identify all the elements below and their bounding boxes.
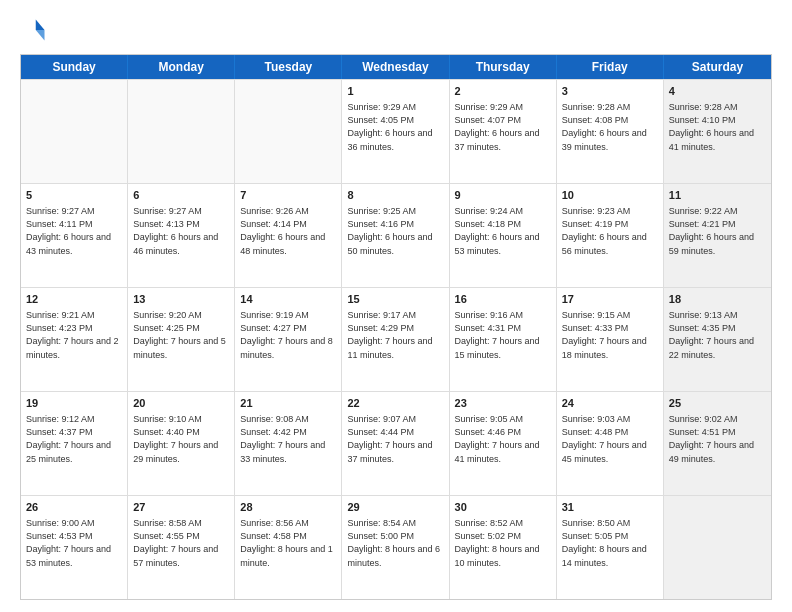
svg-marker-0 bbox=[36, 20, 45, 31]
cal-cell: 14Sunrise: 9:19 AM Sunset: 4:27 PM Dayli… bbox=[235, 288, 342, 391]
cell-info: Sunrise: 9:10 AM Sunset: 4:40 PM Dayligh… bbox=[133, 413, 229, 465]
cal-cell: 19Sunrise: 9:12 AM Sunset: 4:37 PM Dayli… bbox=[21, 392, 128, 495]
cell-info: Sunrise: 9:03 AM Sunset: 4:48 PM Dayligh… bbox=[562, 413, 658, 465]
cal-cell: 12Sunrise: 9:21 AM Sunset: 4:23 PM Dayli… bbox=[21, 288, 128, 391]
day-number: 13 bbox=[133, 292, 229, 307]
day-number: 25 bbox=[669, 396, 766, 411]
cal-cell: 1Sunrise: 9:29 AM Sunset: 4:05 PM Daylig… bbox=[342, 80, 449, 183]
cell-info: Sunrise: 9:05 AM Sunset: 4:46 PM Dayligh… bbox=[455, 413, 551, 465]
cell-info: Sunrise: 9:17 AM Sunset: 4:29 PM Dayligh… bbox=[347, 309, 443, 361]
day-number: 21 bbox=[240, 396, 336, 411]
cell-info: Sunrise: 9:29 AM Sunset: 4:07 PM Dayligh… bbox=[455, 101, 551, 153]
day-number: 27 bbox=[133, 500, 229, 515]
cal-cell: 2Sunrise: 9:29 AM Sunset: 4:07 PM Daylig… bbox=[450, 80, 557, 183]
header-day-tuesday: Tuesday bbox=[235, 55, 342, 79]
cell-info: Sunrise: 9:21 AM Sunset: 4:23 PM Dayligh… bbox=[26, 309, 122, 361]
cell-info: Sunrise: 9:24 AM Sunset: 4:18 PM Dayligh… bbox=[455, 205, 551, 257]
cell-info: Sunrise: 9:16 AM Sunset: 4:31 PM Dayligh… bbox=[455, 309, 551, 361]
cell-info: Sunrise: 8:58 AM Sunset: 4:55 PM Dayligh… bbox=[133, 517, 229, 569]
day-number: 18 bbox=[669, 292, 766, 307]
cal-cell: 8Sunrise: 9:25 AM Sunset: 4:16 PM Daylig… bbox=[342, 184, 449, 287]
cal-cell: 11Sunrise: 9:22 AM Sunset: 4:21 PM Dayli… bbox=[664, 184, 771, 287]
cal-cell: 13Sunrise: 9:20 AM Sunset: 4:25 PM Dayli… bbox=[128, 288, 235, 391]
logo-icon bbox=[20, 16, 48, 44]
cal-cell bbox=[128, 80, 235, 183]
cal-cell: 21Sunrise: 9:08 AM Sunset: 4:42 PM Dayli… bbox=[235, 392, 342, 495]
calendar: SundayMondayTuesdayWednesdayThursdayFrid… bbox=[20, 54, 772, 600]
header-day-friday: Friday bbox=[557, 55, 664, 79]
day-number: 24 bbox=[562, 396, 658, 411]
day-number: 14 bbox=[240, 292, 336, 307]
day-number: 6 bbox=[133, 188, 229, 203]
day-number: 12 bbox=[26, 292, 122, 307]
week-row-5: 26Sunrise: 9:00 AM Sunset: 4:53 PM Dayli… bbox=[21, 495, 771, 599]
cal-cell bbox=[21, 80, 128, 183]
cell-info: Sunrise: 9:08 AM Sunset: 4:42 PM Dayligh… bbox=[240, 413, 336, 465]
day-number: 9 bbox=[455, 188, 551, 203]
day-number: 8 bbox=[347, 188, 443, 203]
header bbox=[20, 16, 772, 44]
day-number: 29 bbox=[347, 500, 443, 515]
day-number: 30 bbox=[455, 500, 551, 515]
cal-cell: 18Sunrise: 9:13 AM Sunset: 4:35 PM Dayli… bbox=[664, 288, 771, 391]
day-number: 26 bbox=[26, 500, 122, 515]
cell-info: Sunrise: 9:15 AM Sunset: 4:33 PM Dayligh… bbox=[562, 309, 658, 361]
cal-cell: 15Sunrise: 9:17 AM Sunset: 4:29 PM Dayli… bbox=[342, 288, 449, 391]
day-number: 17 bbox=[562, 292, 658, 307]
cell-info: Sunrise: 9:07 AM Sunset: 4:44 PM Dayligh… bbox=[347, 413, 443, 465]
cal-cell bbox=[664, 496, 771, 599]
cal-cell: 29Sunrise: 8:54 AM Sunset: 5:00 PM Dayli… bbox=[342, 496, 449, 599]
day-number: 28 bbox=[240, 500, 336, 515]
cal-cell: 17Sunrise: 9:15 AM Sunset: 4:33 PM Dayli… bbox=[557, 288, 664, 391]
cell-info: Sunrise: 9:13 AM Sunset: 4:35 PM Dayligh… bbox=[669, 309, 766, 361]
logo bbox=[20, 16, 52, 44]
cal-cell: 25Sunrise: 9:02 AM Sunset: 4:51 PM Dayli… bbox=[664, 392, 771, 495]
cell-info: Sunrise: 9:22 AM Sunset: 4:21 PM Dayligh… bbox=[669, 205, 766, 257]
cell-info: Sunrise: 9:26 AM Sunset: 4:14 PM Dayligh… bbox=[240, 205, 336, 257]
day-number: 7 bbox=[240, 188, 336, 203]
cal-cell: 26Sunrise: 9:00 AM Sunset: 4:53 PM Dayli… bbox=[21, 496, 128, 599]
cell-info: Sunrise: 9:28 AM Sunset: 4:08 PM Dayligh… bbox=[562, 101, 658, 153]
calendar-header: SundayMondayTuesdayWednesdayThursdayFrid… bbox=[21, 55, 771, 79]
cell-info: Sunrise: 9:27 AM Sunset: 4:13 PM Dayligh… bbox=[133, 205, 229, 257]
cell-info: Sunrise: 9:19 AM Sunset: 4:27 PM Dayligh… bbox=[240, 309, 336, 361]
day-number: 19 bbox=[26, 396, 122, 411]
cal-cell: 27Sunrise: 8:58 AM Sunset: 4:55 PM Dayli… bbox=[128, 496, 235, 599]
cell-info: Sunrise: 9:27 AM Sunset: 4:11 PM Dayligh… bbox=[26, 205, 122, 257]
day-number: 10 bbox=[562, 188, 658, 203]
cal-cell: 10Sunrise: 9:23 AM Sunset: 4:19 PM Dayli… bbox=[557, 184, 664, 287]
cell-info: Sunrise: 8:56 AM Sunset: 4:58 PM Dayligh… bbox=[240, 517, 336, 569]
day-number: 11 bbox=[669, 188, 766, 203]
cell-info: Sunrise: 9:28 AM Sunset: 4:10 PM Dayligh… bbox=[669, 101, 766, 153]
day-number: 1 bbox=[347, 84, 443, 99]
cell-info: Sunrise: 8:50 AM Sunset: 5:05 PM Dayligh… bbox=[562, 517, 658, 569]
week-row-1: 1Sunrise: 9:29 AM Sunset: 4:05 PM Daylig… bbox=[21, 79, 771, 183]
cell-info: Sunrise: 9:12 AM Sunset: 4:37 PM Dayligh… bbox=[26, 413, 122, 465]
cal-cell: 31Sunrise: 8:50 AM Sunset: 5:05 PM Dayli… bbox=[557, 496, 664, 599]
cal-cell: 9Sunrise: 9:24 AM Sunset: 4:18 PM Daylig… bbox=[450, 184, 557, 287]
cell-info: Sunrise: 8:54 AM Sunset: 5:00 PM Dayligh… bbox=[347, 517, 443, 569]
week-row-4: 19Sunrise: 9:12 AM Sunset: 4:37 PM Dayli… bbox=[21, 391, 771, 495]
cell-info: Sunrise: 9:25 AM Sunset: 4:16 PM Dayligh… bbox=[347, 205, 443, 257]
week-row-2: 5Sunrise: 9:27 AM Sunset: 4:11 PM Daylig… bbox=[21, 183, 771, 287]
svg-marker-1 bbox=[36, 30, 45, 41]
day-number: 20 bbox=[133, 396, 229, 411]
cell-info: Sunrise: 9:20 AM Sunset: 4:25 PM Dayligh… bbox=[133, 309, 229, 361]
day-number: 4 bbox=[669, 84, 766, 99]
cal-cell: 30Sunrise: 8:52 AM Sunset: 5:02 PM Dayli… bbox=[450, 496, 557, 599]
cell-info: Sunrise: 9:02 AM Sunset: 4:51 PM Dayligh… bbox=[669, 413, 766, 465]
cal-cell: 5Sunrise: 9:27 AM Sunset: 4:11 PM Daylig… bbox=[21, 184, 128, 287]
cal-cell: 23Sunrise: 9:05 AM Sunset: 4:46 PM Dayli… bbox=[450, 392, 557, 495]
header-day-monday: Monday bbox=[128, 55, 235, 79]
cal-cell: 3Sunrise: 9:28 AM Sunset: 4:08 PM Daylig… bbox=[557, 80, 664, 183]
day-number: 3 bbox=[562, 84, 658, 99]
cal-cell: 6Sunrise: 9:27 AM Sunset: 4:13 PM Daylig… bbox=[128, 184, 235, 287]
header-day-wednesday: Wednesday bbox=[342, 55, 449, 79]
day-number: 16 bbox=[455, 292, 551, 307]
calendar-body: 1Sunrise: 9:29 AM Sunset: 4:05 PM Daylig… bbox=[21, 79, 771, 599]
day-number: 2 bbox=[455, 84, 551, 99]
day-number: 22 bbox=[347, 396, 443, 411]
cal-cell: 4Sunrise: 9:28 AM Sunset: 4:10 PM Daylig… bbox=[664, 80, 771, 183]
day-number: 15 bbox=[347, 292, 443, 307]
cal-cell: 22Sunrise: 9:07 AM Sunset: 4:44 PM Dayli… bbox=[342, 392, 449, 495]
